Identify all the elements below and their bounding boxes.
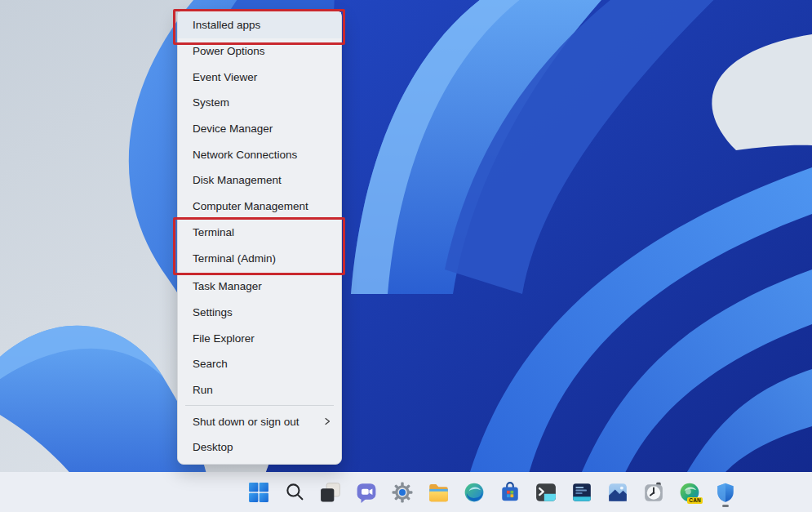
menu-item-system[interactable]: System [178,90,341,116]
menu-item-event-viewer[interactable]: Event Viewer [178,64,341,90]
canary-badge: CAN [687,497,703,504]
pinned-app-tile-button[interactable] [568,476,596,509]
menu-item-settings[interactable]: Settings [178,300,341,326]
pinned-app-tile-icon [571,482,592,503]
settings-button[interactable] [388,476,416,509]
terminal-icon [535,482,557,503]
menu-item-file-explorer[interactable]: File Explorer [178,325,341,351]
photos-icon [607,482,628,503]
edge-canary-button[interactable]: CAN [676,476,703,509]
winx-context-menu: Installed apps Power Options Event Viewe… [177,10,342,465]
taskbar-icon-row: CAN [245,472,739,512]
clock-button[interactable] [640,476,668,509]
chat-button[interactable] [353,476,380,509]
desktop-screen: Installed apps Power Options Event Viewe… [0,0,812,512]
edge-button[interactable] [460,476,488,509]
terminal-button[interactable] [532,476,560,509]
menu-item-shutdown-or-sign-out[interactable]: Shut down or sign out [178,408,341,434]
windows-security-button[interactable] [712,476,739,509]
start-button[interactable] [245,476,273,509]
menu-item-disk-management[interactable]: Disk Management [178,167,341,194]
menu-item-run[interactable]: Run [178,377,341,403]
edge-icon [464,482,485,503]
menu-item-task-manager[interactable]: Task Manager [178,274,341,300]
running-indicator [722,505,729,507]
windows-security-shield-icon [715,482,736,503]
file-explorer-button[interactable] [424,476,452,509]
menu-separator [185,405,334,406]
settings-gear-icon [392,482,413,503]
search-button[interactable] [281,476,308,509]
search-icon [285,482,305,502]
wallpaper [0,0,812,512]
menu-item-terminal-admin[interactable]: Terminal (Admin) [178,245,341,271]
menu-item-device-manager[interactable]: Device Manager [178,116,341,142]
menu-item-network-connections[interactable]: Network Connections [178,141,341,167]
windows-logo-icon [248,482,269,503]
clock-icon [643,482,664,503]
microsoft-store-icon [499,482,521,503]
chevron-right-icon [323,417,331,425]
photos-button[interactable] [604,476,632,509]
menu-item-installed-apps[interactable]: Installed apps [178,12,341,38]
task-view-icon [320,482,341,503]
menu-item-search[interactable]: Search [178,351,341,377]
menu-item-terminal[interactable]: Terminal [178,220,341,246]
microsoft-store-button[interactable] [496,476,524,509]
file-explorer-folder-icon [428,481,450,503]
task-view-button[interactable] [317,476,344,509]
menu-item-computer-management[interactable]: Computer Management [178,194,341,220]
menu-item-desktop[interactable]: Desktop [178,434,341,461]
menu-item-power-options[interactable]: Power Options [178,38,341,65]
chat-icon [356,482,377,503]
taskbar: CAN [0,472,812,512]
